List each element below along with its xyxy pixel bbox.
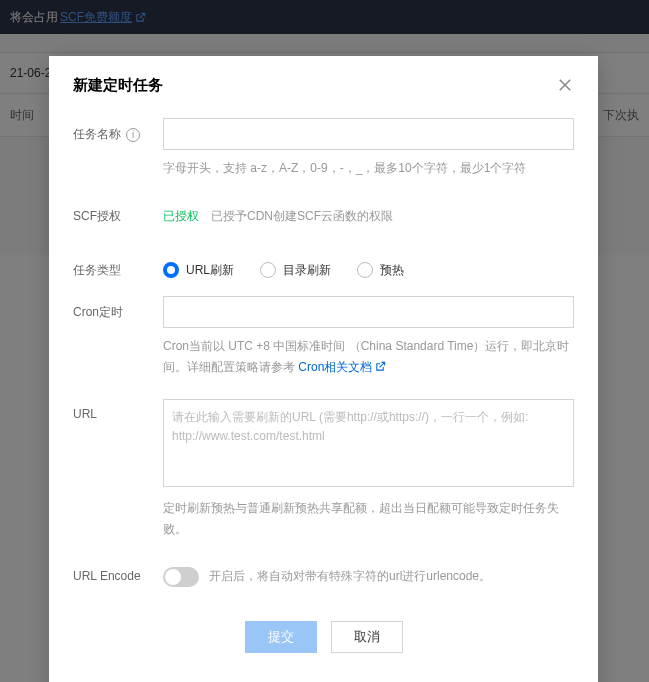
radio-label: 目录刷新 xyxy=(283,262,331,279)
cron-input[interactable] xyxy=(163,296,574,328)
radio-url-refresh[interactable]: URL刷新 xyxy=(163,262,234,279)
auth-status: 已授权 xyxy=(163,208,199,225)
modal-footer: 提交 取消 xyxy=(73,603,574,677)
task-name-input[interactable] xyxy=(163,118,574,150)
radio-dir-refresh[interactable]: 目录刷新 xyxy=(260,262,331,279)
task-type-radios: URL刷新 目录刷新 预热 xyxy=(163,254,574,286)
url-textarea[interactable] xyxy=(163,399,574,487)
toggle-knob xyxy=(165,569,181,585)
radio-circle-icon xyxy=(260,262,276,278)
modal-dialog: 新建定时任务 任务名称 i 字母开头，支持 a-z，A-Z，0-9，-，_，最多… xyxy=(49,56,598,682)
cancel-button[interactable]: 取消 xyxy=(331,621,403,653)
row-task-name: 任务名称 i 字母开头，支持 a-z，A-Z，0-9，-，_，最多10个字符，最… xyxy=(73,118,574,178)
radio-circle-icon xyxy=(163,262,179,278)
row-task-type: 任务类型 URL刷新 目录刷新 预热 xyxy=(73,254,574,286)
url-encode-toggle[interactable] xyxy=(163,567,199,587)
label-url-encode: URL Encode xyxy=(73,561,163,583)
radio-label: URL刷新 xyxy=(186,262,234,279)
label-cron: Cron定时 xyxy=(73,296,163,321)
row-cron: Cron定时 Cron当前以 UTC +8 中国标准时间 （China Stan… xyxy=(73,296,574,377)
modal-title: 新建定时任务 xyxy=(73,76,163,95)
radio-circle-icon xyxy=(357,262,373,278)
auth-desc: 已授予CDN创建SCF云函数的权限 xyxy=(211,208,393,225)
radio-label: 预热 xyxy=(380,262,404,279)
info-icon[interactable]: i xyxy=(126,128,140,142)
cron-doc-link[interactable]: Cron相关文档 xyxy=(298,357,386,377)
label-task-name: 任务名称 i xyxy=(73,118,163,143)
row-url: URL 定时刷新预热与普通刷新预热共享配额，超出当日配额可能导致定时任务失败。 xyxy=(73,399,574,539)
cron-hint: Cron当前以 UTC +8 中国标准时间 （China Standard Ti… xyxy=(163,336,574,377)
row-url-encode: URL Encode 开启后，将自动对带有特殊字符的url进行urlencode… xyxy=(73,561,574,593)
label-url: URL xyxy=(73,399,163,421)
label-task-type: 任务类型 xyxy=(73,254,163,279)
url-hint: 定时刷新预热与普通刷新预热共享配额，超出当日配额可能导致定时任务失败。 xyxy=(163,498,574,539)
modal-header: 新建定时任务 xyxy=(49,56,598,114)
row-scf-auth: SCF授权 已授权 已授予CDN创建SCF云函数的权限 xyxy=(73,200,574,232)
cron-doc-link-text: Cron相关文档 xyxy=(298,357,372,377)
encode-desc: 开启后，将自动对带有特殊字符的url进行urlencode。 xyxy=(209,568,491,585)
modal-body: 任务名称 i 字母开头，支持 a-z，A-Z，0-9，-，_，最多10个字符，最… xyxy=(49,114,598,682)
label-task-name-text: 任务名称 xyxy=(73,126,121,143)
submit-button[interactable]: 提交 xyxy=(245,621,317,653)
close-icon[interactable] xyxy=(556,76,574,94)
task-name-hint: 字母开头，支持 a-z，A-Z，0-9，-，_，最多10个字符，最少1个字符 xyxy=(163,158,574,178)
label-scf-auth: SCF授权 xyxy=(73,200,163,225)
external-link-icon xyxy=(375,361,386,372)
radio-preheat[interactable]: 预热 xyxy=(357,262,404,279)
